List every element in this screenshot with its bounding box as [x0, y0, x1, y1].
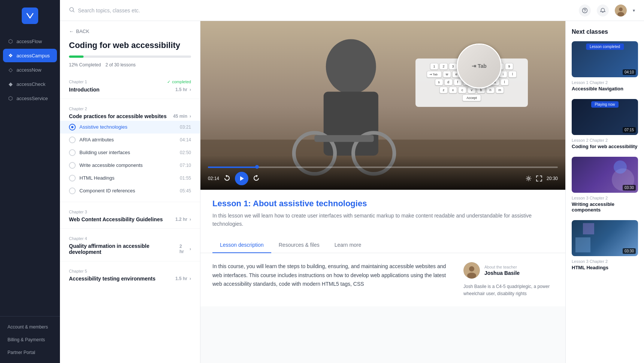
sidebar-item-accesscheck[interactable]: ◆ accessCheck: [3, 77, 57, 91]
lesson-circle-write: [69, 162, 76, 169]
chapter-2-arrow: ›: [190, 114, 191, 119]
chapter-4-label: Chapter 4: [69, 236, 87, 241]
progress-bar-fill: [69, 56, 84, 58]
topbar-right: ▾: [579, 4, 635, 16]
account-label: Account & members: [7, 324, 48, 330]
lesson-duration-assistive: 03:21: [180, 124, 191, 130]
sidebar-bottom: Account & members Billing & Payments Par…: [0, 316, 60, 363]
next-class-title-3: Writing accessible components: [572, 201, 638, 213]
back-link[interactable]: ← BACK: [60, 28, 200, 40]
magnify-overlay: ⇥ Tab: [457, 44, 502, 88]
sidebar-item-partner[interactable]: Partner Portal: [3, 346, 57, 358]
next-class-meta-2: Lesson 2 Chapter 2: [572, 138, 638, 142]
sidebar-item-account[interactable]: Account & members: [3, 321, 57, 333]
accessservice-icon: ⬡: [7, 95, 13, 101]
progress-text: 12% Completed 2 of 30 lessons: [60, 60, 200, 74]
tab-learn-more[interactable]: Learn more: [327, 237, 369, 253]
lesson-circle-assistive: [69, 124, 76, 130]
accesscheck-icon: ◆: [7, 81, 13, 87]
next-class-card-4[interactable]: 03:30 Lesson 3 Chapter 2 HTML Headings: [572, 220, 638, 270]
search-placeholder[interactable]: Search topics, classes etc.: [78, 8, 140, 14]
back-arrow-icon: ←: [69, 28, 74, 34]
tab-lesson-description[interactable]: Lesson description: [212, 237, 271, 253]
lesson-title: Lesson 1: About assistive technologies: [212, 199, 553, 208]
rewind-button[interactable]: [224, 175, 230, 182]
lesson-body: In this course, you will learn the steps…: [200, 253, 565, 306]
tab-resources[interactable]: Resources & files: [271, 237, 327, 253]
lesson-name-html: HTML Headings: [79, 175, 114, 181]
lesson-name-assistive: Assistive technologies: [79, 124, 127, 130]
time-current: 02:14: [208, 176, 219, 181]
chapter-3-name[interactable]: Web Content Accessibility Guidelines 1.2…: [60, 216, 200, 224]
chapter-2-name[interactable]: Code practices for accessible websites 4…: [60, 112, 200, 121]
next-class-meta-3: Lesson 3 Chapter 2: [572, 196, 638, 200]
lesson-item-building[interactable]: Building user interfaces 02:50: [60, 146, 200, 159]
lesson-item-write[interactable]: Write accessible components 07:10: [60, 159, 200, 172]
progress-percent-label: 12% Completed: [69, 62, 101, 68]
next-classes-title: Next classes: [572, 28, 638, 35]
progress-bar-wrap: [60, 56, 200, 60]
billing-label: Billing & Payments: [7, 337, 45, 342]
teacher-info: About the teacher Joshua Basile: [484, 265, 520, 276]
chapter-1-label: Chapter 1: [69, 80, 87, 84]
next-class-card-1[interactable]: Lesson completed 04:10 Lesson 1 Chapter …: [572, 41, 638, 92]
sidebar-item-label: accessService: [16, 96, 48, 101]
video-main: 1 2 3 4 5 6 7 8 9 ⇥ Tab: [200, 21, 565, 363]
video-player[interactable]: 1 2 3 4 5 6 7 8 9 ⇥ Tab: [200, 21, 565, 190]
forward-button[interactable]: [253, 175, 260, 182]
lesson-name-building: Building user interfaces: [79, 150, 130, 155]
chapter-1: Chapter 1 ✓ completed Introduction 1.5 h…: [60, 74, 200, 97]
next-class-card-2[interactable]: Playing now 07:15 Lesson 2 Chapter 2 Cod…: [572, 99, 638, 149]
accesscampus-icon: ❖: [7, 52, 13, 58]
chapter-5-header: Chapter 5: [60, 266, 200, 275]
sidebar-item-accessnow[interactable]: ◇ accessNow: [3, 63, 57, 76]
thumb-shape-rect: [575, 237, 590, 252]
play-button[interactable]: [235, 172, 248, 185]
next-class-title-4: HTML Headings: [572, 265, 638, 270]
user-avatar[interactable]: [615, 4, 627, 16]
lesson-item-assistive[interactable]: Assistive technologies 03:21: [60, 121, 200, 134]
chapter-1-status: ✓ completed: [167, 80, 191, 84]
sidebar-item-label: accessCampus: [16, 53, 50, 58]
chapter-4-name[interactable]: Quality affirmation in accessible develo…: [60, 242, 200, 256]
next-class-card-3[interactable]: 03:30 Lesson 3 Chapter 2 Writing accessi…: [572, 157, 638, 213]
chapter-5-arrow: ›: [190, 276, 191, 281]
svg-point-5: [617, 12, 624, 16]
completed-text: completed: [172, 80, 191, 84]
next-class-title-1: Accessible Navigation: [572, 86, 638, 92]
notification-button[interactable]: [597, 4, 609, 16]
lesson-item-html[interactable]: HTML Headings 01:55: [60, 172, 200, 184]
lesson-body-text: In this course, you will learn the steps…: [212, 262, 451, 297]
lesson-item-aria[interactable]: ARIA atrrributes 04:14: [60, 134, 200, 146]
time-total: 20:30: [547, 176, 558, 181]
lesson-duration-write: 07:10: [180, 163, 191, 168]
thumb-shape-circle-sm: [614, 160, 627, 174]
course-title: Coding for web accessibility: [60, 40, 200, 56]
progress-dot: [255, 165, 259, 169]
sidebar-item-label: accessCheck: [16, 81, 45, 87]
lesson-item-component[interactable]: Component ID references 05:45: [60, 184, 200, 197]
teacher-avatar: [463, 262, 480, 279]
chapter-5-label: Chapter 5: [69, 269, 87, 273]
chapter-1-name[interactable]: Introduction 1.5 hr ›: [60, 86, 200, 94]
sidebar-item-accessflow[interactable]: ⬡ accessFlow: [3, 34, 57, 48]
chapter-3: Chapter 3 Web Content Accessibility Guid…: [60, 204, 200, 227]
lesson-duration-component: 05:45: [180, 188, 191, 194]
sidebar-item-label: accessFlow: [16, 39, 42, 44]
chapter-5-name[interactable]: Accessibility testing environments 1.5 h…: [60, 275, 200, 283]
lesson-circle-building: [69, 149, 76, 156]
sidebar-item-billing[interactable]: Billing & Payments: [3, 334, 57, 346]
help-button[interactable]: [579, 4, 591, 16]
settings-button[interactable]: [526, 176, 532, 182]
duration-badge-1: 04:10: [623, 69, 636, 75]
sidebar-item-accesscampus[interactable]: ❖ accessCampus: [3, 49, 57, 62]
lesson-circle-html: [69, 175, 76, 182]
user-menu-chevron[interactable]: ▾: [633, 8, 635, 13]
next-class-thumb-1: Lesson completed 04:10: [572, 41, 638, 77]
fullscreen-button[interactable]: [536, 176, 542, 182]
svg-point-8: [326, 39, 376, 94]
progress-track[interactable]: [208, 166, 558, 168]
sidebar-item-accessservice[interactable]: ⬡ accessService: [3, 92, 57, 105]
video-container: 1 2 3 4 5 6 7 8 9 ⇥ Tab: [200, 21, 565, 190]
partner-label: Partner Portal: [7, 350, 35, 355]
